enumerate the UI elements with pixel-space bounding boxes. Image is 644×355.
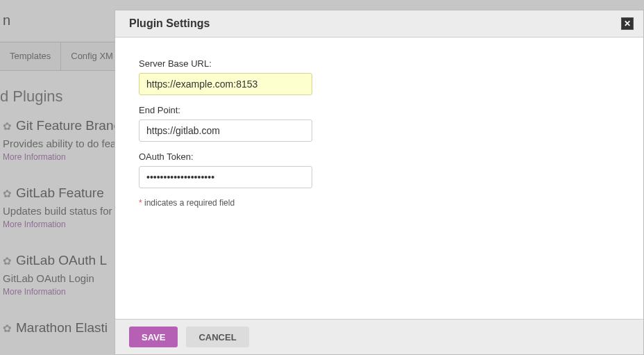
- endpoint-input[interactable]: [139, 119, 312, 142]
- form-row-endpoint: End Point:: [139, 105, 620, 142]
- required-note: * indicates a required field: [139, 198, 620, 208]
- oauth-token-input[interactable]: [139, 166, 312, 188]
- modal-title: Plugin Settings: [129, 17, 210, 30]
- required-text: indicates a required field: [142, 198, 235, 208]
- server-base-url-input[interactable]: [139, 73, 312, 95]
- endpoint-label: End Point:: [139, 105, 620, 115]
- server-base-url-label: Server Base URL:: [139, 58, 620, 69]
- cancel-button[interactable]: CANCEL: [186, 327, 248, 347]
- modal-body: Server Base URL: End Point: OAuth Token:…: [115, 38, 643, 319]
- modal-header: Plugin Settings ✕: [115, 10, 643, 38]
- modal-footer: SAVE CANCEL: [115, 319, 643, 354]
- oauth-token-label: OAuth Token:: [139, 151, 620, 162]
- form-row-oauth-token: OAuth Token:: [139, 151, 620, 188]
- plugin-settings-modal: Plugin Settings ✕ Server Base URL: End P…: [115, 10, 644, 355]
- save-button[interactable]: SAVE: [129, 327, 178, 347]
- close-button[interactable]: ✕: [621, 17, 634, 30]
- close-icon: ✕: [624, 19, 631, 28]
- form-row-server-base-url: Server Base URL:: [139, 58, 620, 95]
